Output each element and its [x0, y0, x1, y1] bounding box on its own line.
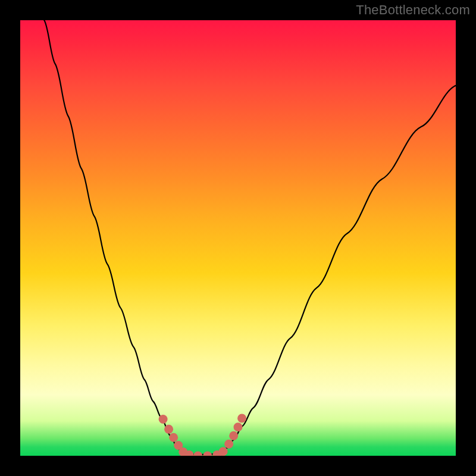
data-marker: [164, 425, 173, 434]
curve-left-branch: [44, 20, 183, 453]
watermark-text: TheBottleneck.com: [356, 2, 470, 18]
plot-svg-layer: [20, 20, 456, 456]
data-marker: [159, 415, 168, 424]
chart-frame: TheBottleneck.com: [0, 0, 476, 476]
data-marker: [169, 433, 178, 442]
marker-group: [159, 414, 246, 456]
data-marker: [237, 414, 246, 423]
data-marker: [219, 447, 228, 456]
data-marker: [229, 431, 238, 440]
curve-right-branch: [221, 86, 456, 454]
data-marker: [203, 452, 212, 456]
data-marker: [234, 422, 243, 431]
data-marker: [193, 452, 202, 456]
data-marker: [224, 440, 233, 449]
